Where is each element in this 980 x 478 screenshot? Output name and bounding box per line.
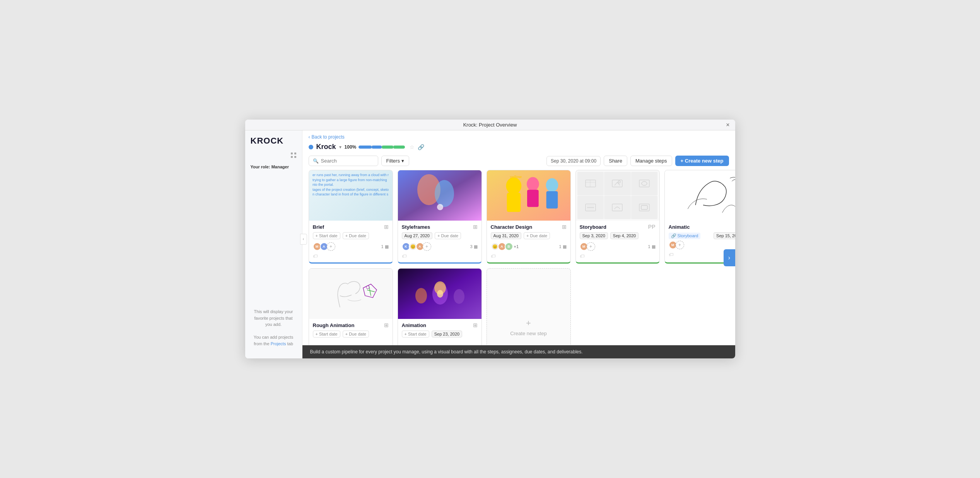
copy-link-icon[interactable]: 🔗	[418, 144, 424, 150]
brief-tag: 🏷	[313, 252, 389, 259]
progress-segment-3	[382, 146, 393, 149]
brief-dates: + Start date + Due date	[313, 232, 389, 239]
brief-count: 1 ▦	[381, 244, 388, 249]
sidebar-grid-icon[interactable]	[245, 152, 302, 158]
animation-dates: + Start date Sep 23, 2020	[402, 331, 478, 338]
tag-icon[interactable]: 🏷	[313, 254, 318, 259]
rough-animation-thumbnail	[309, 269, 393, 319]
styleframes-svg	[398, 170, 481, 221]
animation-body: Animation ⊞ + Start date Sep 23, 2020	[398, 319, 481, 344]
animation-card: Animation ⊞ + Start date Sep 23, 2020	[398, 268, 482, 345]
animatic-due-date[interactable]: Sep 15, 2020	[714, 232, 735, 239]
storyboard-cell	[604, 172, 631, 195]
styleframes-count: 3 ▦	[470, 244, 477, 249]
animation-due-date[interactable]: Sep 23, 2020	[432, 331, 462, 338]
storyboard-cell	[631, 172, 658, 195]
animation-menu-icon[interactable]: ⊞	[473, 322, 478, 328]
animation-title-row: Animation ⊞	[402, 322, 478, 328]
tag-icon[interactable]: 🏷	[669, 252, 673, 257]
character-count: 1 ▦	[559, 244, 566, 249]
animation-svg	[398, 269, 481, 319]
create-new-step-label: Create new step	[510, 331, 547, 336]
create-plus-icon: +	[526, 318, 531, 328]
add-avatar-button[interactable]: +	[423, 242, 431, 251]
styleframes-start-date[interactable]: Aug 27, 2020	[402, 232, 432, 239]
storyboard-due-date[interactable]: Sep 4, 2020	[610, 232, 639, 239]
project-dropdown-icon[interactable]: ▾	[339, 144, 341, 150]
rough-animation-due-date[interactable]: + Due date	[343, 331, 369, 338]
add-avatar-button[interactable]: +	[587, 242, 595, 251]
character-svg: yellow	[487, 170, 570, 221]
storyboard-dates: Sep 3, 2020 Sep 4, 2020	[580, 232, 656, 239]
share-button[interactable]: Share	[604, 156, 627, 166]
character-title: Character Design	[491, 224, 533, 230]
character-dates: Aug 31, 2020 + Due date	[491, 232, 567, 239]
rough-animation-menu-icon[interactable]: ⊞	[384, 322, 389, 328]
sidebar-collapse-button[interactable]: ‹	[300, 234, 307, 245]
project-title: Krock	[316, 143, 336, 151]
animation-start-date[interactable]: + Start date	[402, 331, 429, 338]
tag-icon[interactable]: 🏷	[402, 254, 406, 259]
rough-animation-start-date[interactable]: + Start date	[313, 331, 340, 338]
brief-card: er runs past her, running away from a cl…	[309, 170, 393, 264]
add-avatar-button[interactable]: +	[327, 242, 335, 251]
styleframes-thumbnail	[398, 170, 481, 221]
projects-link[interactable]: Projects	[271, 341, 286, 346]
create-new-step-button[interactable]: + Create new step	[675, 156, 729, 166]
rough-animation-body: Rough Animation ⊞ + Start date + Due dat…	[309, 319, 393, 344]
tag-icon[interactable]: 🏷	[491, 254, 495, 259]
brief-title-row: Brief ⊞	[313, 224, 389, 230]
storyboard-footer: M + 1 ▦	[580, 242, 656, 251]
svg-rect-10	[507, 193, 521, 212]
character-start-date[interactable]: Aug 31, 2020	[491, 232, 521, 239]
fav-text1: This will display your favorite projects…	[251, 308, 297, 328]
tag-icon[interactable]: 🏷	[580, 254, 584, 259]
favorite-star-icon[interactable]: ☆	[410, 144, 415, 150]
progress-segment-2	[372, 146, 382, 149]
svg-rect-30	[665, 171, 735, 221]
styleframes-menu-icon[interactable]: ⊞	[473, 224, 478, 230]
close-button[interactable]: ×	[726, 122, 729, 128]
animation-thumbnail	[398, 269, 481, 319]
avatar: B	[505, 242, 513, 251]
character-count-icon: ▦	[563, 244, 567, 249]
storyboard-menu-icon[interactable]: PP	[648, 224, 656, 230]
sidebar-logo-area: KROCK	[245, 136, 302, 152]
brief-thumbnail: er runs past her, running away from a cl…	[309, 170, 393, 221]
animatic-link-tag[interactable]: 🔗 Storyboard	[669, 233, 701, 239]
search-input[interactable]	[321, 158, 374, 164]
svg-point-20	[618, 181, 620, 183]
storyboard-cell	[604, 196, 631, 219]
next-arrow-button[interactable]: ›	[724, 249, 735, 266]
svg-rect-1	[294, 152, 296, 154]
svg-rect-2	[291, 156, 293, 158]
logo: KROCK	[251, 136, 297, 146]
character-design-body: Character Design ⊞ Aug 31, 2020 + Due da…	[487, 221, 570, 262]
brief-start-date[interactable]: + Start date	[313, 232, 340, 239]
svg-point-11	[527, 177, 539, 191]
manage-steps-button[interactable]: Manage steps	[630, 156, 672, 166]
filters-chevron-icon: ▾	[401, 158, 404, 164]
progress-label: 100%	[345, 144, 357, 150]
window-title: Krock: Project Overview	[463, 122, 517, 128]
storyboard-tag: 🏷	[580, 252, 656, 259]
brief-due-date[interactable]: + Due date	[343, 232, 369, 239]
search-box[interactable]: 🔍	[309, 156, 378, 166]
storyboard-start-date[interactable]: Sep 3, 2020	[580, 232, 608, 239]
filters-button[interactable]: Filters ▾	[381, 156, 409, 166]
bottom-cards-row: Rough Animation ⊞ + Start date + Due dat…	[309, 268, 729, 345]
styleframes-due-date[interactable]: + Due date	[435, 232, 461, 239]
storyboard-cell	[577, 196, 604, 219]
svg-rect-0	[291, 152, 293, 154]
character-avatars: 😐 A B +1	[491, 242, 519, 251]
back-link-text: Back to projects	[312, 134, 345, 140]
character-due-date[interactable]: + Due date	[524, 232, 550, 239]
brief-menu-icon[interactable]: ⊞	[384, 224, 389, 230]
create-new-step-card[interactable]: + Create new step	[487, 268, 571, 345]
add-avatar-button[interactable]: +	[676, 241, 684, 249]
brief-count-icon: ▦	[385, 244, 389, 249]
character-menu-icon[interactable]: ⊞	[562, 224, 567, 230]
back-to-projects-link[interactable]: ‹ Back to projects	[309, 134, 729, 140]
storyboard-count-icon: ▦	[652, 244, 656, 249]
storyboard-body: Storyboard PP Sep 3, 2020 Sep 4, 2020 M	[576, 221, 659, 262]
